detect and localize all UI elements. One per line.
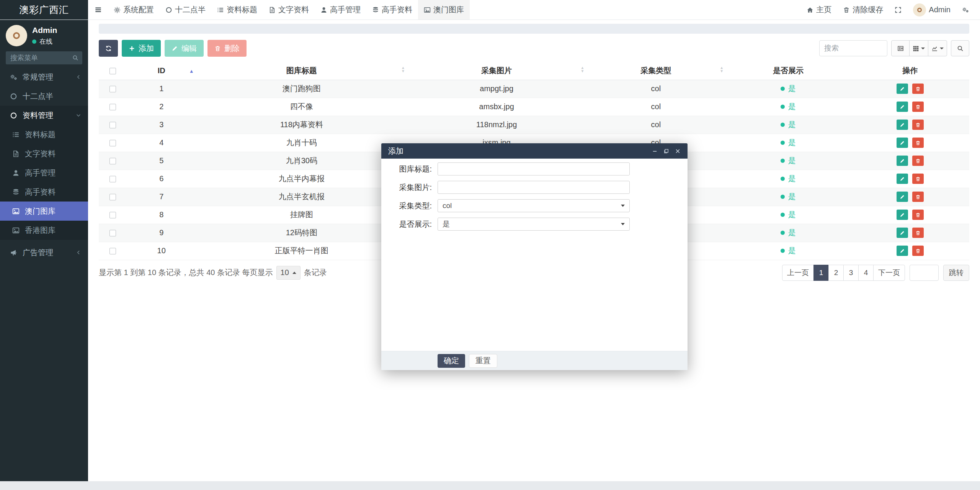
page-button-1[interactable]: 1 [813,265,829,281]
delete-button[interactable]: 删除 [207,40,247,57]
row-delete-button[interactable] [912,84,924,94]
columns-button[interactable] [909,40,928,56]
reset-button[interactable]: 重置 [469,354,497,368]
row-checkbox[interactable] [109,230,116,236]
edit-button[interactable]: 编辑 [165,40,204,57]
nav-item-user[interactable]: 高手管理 [315,0,366,20]
page-button-2[interactable]: 2 [828,265,844,281]
row-edit-button[interactable] [897,156,908,166]
row-delete-button[interactable] [912,138,924,148]
row-edit-button[interactable] [897,228,908,238]
field-select[interactable]: col [438,199,630,212]
sidebar-item-资料标题[interactable]: 资料标题 [0,125,88,144]
row-edit-button[interactable] [897,84,908,94]
page-button-4[interactable]: 4 [858,265,874,281]
sidebar-item-资料管理[interactable]: 资料管理 [0,106,88,125]
field-input[interactable] [438,162,630,175]
page-button-3[interactable]: 3 [843,265,859,281]
page-jump-button[interactable]: 跳转 [943,265,969,281]
nav-item-circle[interactable]: 十二点半 [160,0,211,20]
sidebar-item-香港图库[interactable]: 香港图库 [0,221,88,240]
field-label: 是否展示: [381,219,432,229]
page-size-select[interactable]: 10 [276,266,301,280]
sidebar-toggle-button[interactable] [88,0,108,20]
row-checkbox[interactable] [109,158,116,164]
sidebar-item-高手管理[interactable]: 高手管理 [0,163,88,182]
row-edit-button[interactable] [897,138,908,148]
column-header[interactable]: 采集图片▲▼ [407,62,586,80]
row-checkbox[interactable] [109,86,116,92]
nav-item-list[interactable]: 资料标题 [211,0,263,20]
field-input[interactable] [438,181,630,194]
sort-icon[interactable]: ▲▼ [581,66,585,73]
field-select[interactable]: 是 [438,218,630,231]
sidebar-item-十二点半[interactable]: 十二点半 [0,87,88,106]
row-edit-button[interactable] [897,210,908,220]
refresh-button[interactable] [99,40,118,57]
row-edit-button[interactable] [897,192,908,202]
gear-icon [114,7,121,13]
row-checkbox[interactable] [109,104,116,110]
cell-show: 是 [725,80,851,98]
row-checkbox[interactable] [109,176,116,182]
field-label: 图库标题: [381,164,432,174]
row-checkbox[interactable] [109,212,116,218]
select-all-checkbox[interactable] [109,68,116,74]
row-checkbox[interactable] [109,122,116,128]
row-delete-button[interactable] [912,246,924,256]
row-delete-button[interactable] [912,210,924,220]
row-delete-button[interactable] [912,228,924,238]
cell-show: 是 [725,134,851,152]
menu-search-input[interactable] [6,51,82,64]
cell-show: 是 [725,242,851,260]
row-delete-button[interactable] [912,102,924,112]
sort-icon[interactable]: ▲▼ [720,66,724,73]
nav-item-trash[interactable]: 清除缓存 [837,0,889,20]
sort-icon[interactable]: ▲▼ [401,66,405,73]
close-button[interactable] [675,148,681,154]
add-button[interactable]: 添加 [122,40,161,57]
row-delete-button[interactable] [912,120,924,130]
page-jump-input[interactable] [910,265,939,281]
nav-item-expand[interactable] [889,0,907,20]
nav-item-cogs[interactable] [956,0,975,20]
sort-asc-icon[interactable]: ▲ [189,68,194,74]
nav-item-file[interactable]: 文字资料 [263,0,315,20]
export-button[interactable] [928,40,947,56]
dialog-header[interactable]: 添加 [381,143,688,159]
prev-page-button[interactable]: 上一页 [782,265,814,281]
search-button[interactable] [951,40,969,56]
sidebar-item-高手资料[interactable]: 高手资料 [0,182,88,202]
column-header[interactable]: 图库标题▲▼ [196,62,407,80]
row-delete-button[interactable] [912,174,924,184]
sidebar-search [6,51,82,64]
row-checkbox[interactable] [109,140,116,146]
nav-item-gear[interactable]: 系统配置 [108,0,160,20]
nav-item-image[interactable]: 澳门图库 [418,0,470,20]
nav-item-home[interactable]: 主页 [801,0,837,20]
row-checkbox[interactable] [109,194,116,200]
toggle-detail-view-button[interactable] [891,40,910,56]
sidebar-item-常规管理[interactable]: 常规管理 [0,67,88,87]
row-checkbox[interactable] [109,248,116,254]
maximize-button[interactable] [663,148,669,154]
sidebar-item-广告管理[interactable]: 广告管理 [0,243,88,262]
sidebar-item-文字资料[interactable]: 文字资料 [0,144,88,163]
horizontal-scrollbar-track[interactable] [0,481,980,490]
row-edit-button[interactable] [897,120,908,130]
nav-item-label: 澳门图库 [433,5,464,15]
sidebar-item-澳门图库[interactable]: 澳门图库 [0,202,88,221]
user-menu[interactable]: Admin [907,0,956,20]
row-edit-button[interactable] [897,246,908,256]
minimize-button[interactable] [652,148,658,154]
row-delete-button[interactable] [912,192,924,202]
column-header[interactable]: ID▲ [127,62,196,80]
row-delete-button[interactable] [912,156,924,166]
row-edit-button[interactable] [897,102,908,112]
column-header[interactable]: 采集类型▲▼ [586,62,725,80]
nav-item-database[interactable]: 高手资料 [366,0,418,20]
table-search-input[interactable] [819,40,887,56]
row-edit-button[interactable] [897,174,908,184]
next-page-button[interactable]: 下一页 [873,265,905,281]
confirm-button[interactable]: 确定 [438,354,465,368]
